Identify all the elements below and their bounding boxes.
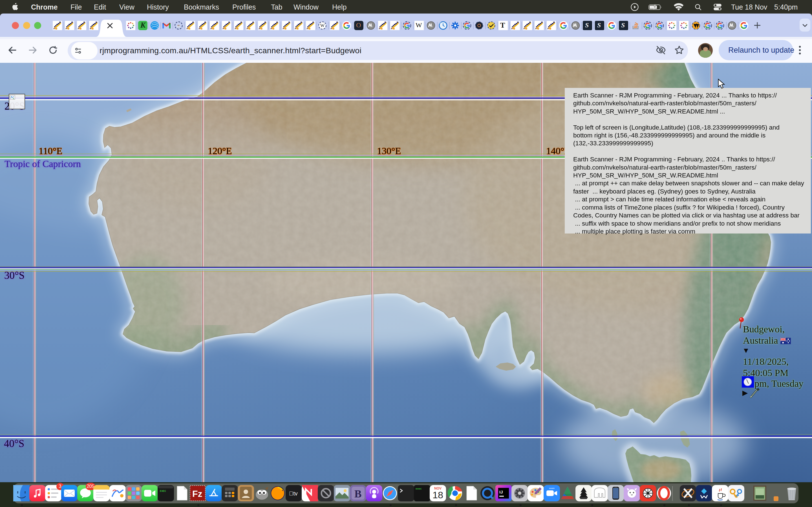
svg-text:tv: tv	[289, 490, 298, 497]
svg-text:18: 18	[433, 490, 443, 500]
svg-text:B: B	[354, 488, 361, 500]
svg-text:exec: exec	[416, 488, 422, 490]
svg-text:Fz: Fz	[192, 489, 202, 499]
svg-text:EXEC: EXEC	[160, 490, 166, 493]
svg-text:IJ: IJ	[499, 490, 503, 494]
svg-text:zoom: zoom	[549, 487, 555, 490]
